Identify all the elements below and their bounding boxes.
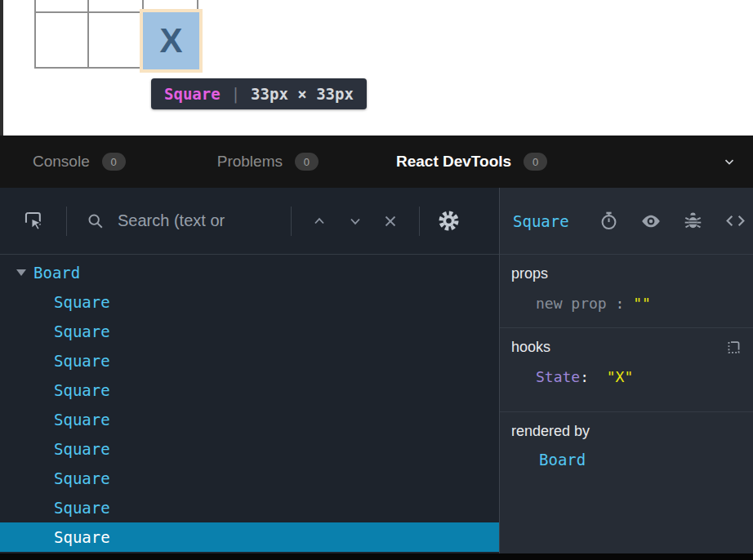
- toolbar-divider: [66, 207, 67, 236]
- hook-colon: :: [580, 368, 589, 385]
- square-cell-value: X: [159, 21, 182, 60]
- tree-toolbar: [0, 188, 499, 255]
- bug-icon[interactable]: [683, 211, 703, 232]
- component-name: Square: [54, 499, 110, 517]
- tab-label: React DevTools: [396, 153, 511, 171]
- parse-hooks-icon[interactable]: [726, 340, 742, 355]
- component-name: Square: [54, 469, 110, 487]
- board-grid-line: [87, 0, 89, 69]
- tab-label: Console: [33, 153, 90, 171]
- tree-item-square[interactable]: Square: [0, 287, 499, 317]
- tab-label: Problems: [217, 153, 283, 171]
- tab-badge: 0: [102, 153, 126, 171]
- tree-item-square[interactable]: Square: [0, 346, 499, 376]
- stopwatch-icon[interactable]: [599, 211, 619, 232]
- tree-item-square[interactable]: Square: [0, 405, 499, 434]
- tree-item-square[interactable]: Square: [0, 434, 499, 464]
- selected-component-title: Square: [513, 212, 569, 230]
- rendered-by-section: rendered by Board: [500, 412, 753, 553]
- component-name: Square: [54, 440, 110, 458]
- tree-item-square[interactable]: Square: [0, 317, 499, 346]
- chevron-down-icon[interactable]: [722, 154, 737, 169]
- tree-item-square[interactable]: Square: [0, 376, 499, 405]
- component-name: Square: [54, 293, 110, 311]
- code-brackets-icon[interactable]: [724, 211, 746, 232]
- highlighted-square-cell[interactable]: X: [143, 12, 199, 69]
- prop-colon: :: [616, 295, 625, 312]
- prop-value[interactable]: "": [633, 295, 651, 312]
- hook-entry[interactable]: State: "X": [511, 368, 742, 385]
- prop-key[interactable]: new prop: [536, 295, 607, 312]
- hooks-section: hooks State: "X": [500, 328, 753, 412]
- window-edge: [0, 0, 3, 136]
- tree-item-square-selected[interactable]: Square: [0, 522, 499, 552]
- tab-problems[interactable]: Problems 0: [217, 153, 319, 171]
- component-name: Square: [54, 322, 110, 340]
- tab-badge: 0: [295, 153, 319, 171]
- tree-item-square[interactable]: Square: [0, 464, 499, 493]
- inspect-element-icon[interactable]: [23, 210, 45, 232]
- search-icon: [87, 212, 105, 230]
- chevron-expanded-icon[interactable]: [16, 269, 26, 276]
- component-name: Square: [54, 352, 110, 370]
- rendered-by-link-board[interactable]: Board: [539, 451, 586, 469]
- component-name: Square: [54, 381, 110, 399]
- tree-item-board[interactable]: Board: [0, 258, 499, 287]
- component-name: Board: [33, 264, 80, 282]
- component-name: Square: [54, 528, 110, 546]
- toolbar-divider: [291, 207, 292, 236]
- window-bottom-edge: [0, 553, 753, 560]
- devtools-tabbar: Console 0 Problems 0 React DevTools 0: [0, 136, 753, 188]
- chevron-down-icon[interactable]: [347, 213, 363, 229]
- board-grid-line: [34, 0, 36, 69]
- inspect-highlight-padding: X: [140, 9, 203, 73]
- rendered-by-title: rendered by: [511, 423, 590, 440]
- chevron-up-icon[interactable]: [311, 213, 327, 229]
- toolbar-divider: [419, 207, 420, 236]
- components-tree: Board Square Square Square Square Square…: [0, 255, 499, 553]
- component-name: Square: [54, 411, 110, 429]
- tab-console[interactable]: Console 0: [33, 153, 126, 171]
- tab-badge: 0: [524, 153, 547, 171]
- tooltip-separator: |: [231, 85, 240, 103]
- props-section: props new prop : "": [500, 255, 753, 328]
- tree-item-square[interactable]: Square: [0, 493, 499, 522]
- gear-icon[interactable]: [438, 210, 460, 232]
- component-inspector-panel: Square: [500, 188, 753, 553]
- components-tree-panel: Board Square Square Square Square Square…: [0, 188, 500, 553]
- tooltip-dimensions: 33px × 33px: [251, 85, 354, 103]
- tab-react-devtools[interactable]: React DevTools 0: [396, 153, 547, 171]
- devtools-panel: Console 0 Problems 0 React DevTools 0: [0, 136, 753, 560]
- props-section-title: props: [511, 265, 548, 282]
- hook-key: State: [536, 368, 580, 385]
- hook-value[interactable]: "X": [607, 368, 634, 385]
- inspect-overlay-tooltip: Square | 33px × 33px: [151, 78, 367, 109]
- prop-entry[interactable]: new prop : "": [511, 295, 742, 312]
- eye-icon[interactable]: [640, 211, 662, 232]
- tooltip-component-name: Square: [164, 85, 221, 103]
- close-icon[interactable]: [381, 212, 399, 230]
- inspector-toolbar: Square: [500, 188, 753, 255]
- search-input[interactable]: [118, 211, 291, 230]
- inspected-page: X Square | 33px × 33px: [0, 0, 753, 136]
- hooks-section-title: hooks: [511, 339, 550, 356]
